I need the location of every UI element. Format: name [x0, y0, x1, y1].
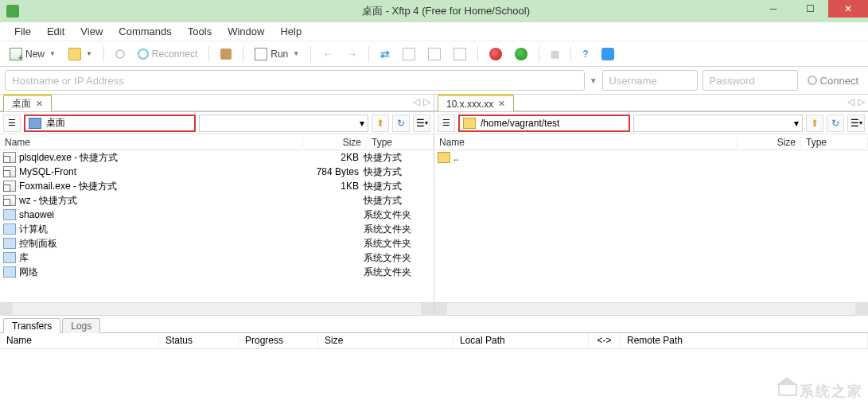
col-name[interactable]: Name	[0, 333, 159, 348]
connect-button[interactable]: Connect	[803, 75, 863, 87]
local-tab-desktop[interactable]: 桌面 ✕	[3, 94, 52, 111]
sync-button[interactable]: ⇄	[376, 45, 395, 64]
tab-scroll-left-icon[interactable]: ◁	[413, 96, 420, 107]
col-size[interactable]: Size	[738, 137, 801, 148]
col-local-path[interactable]: Local Path	[453, 333, 589, 348]
host-input[interactable]	[5, 70, 585, 91]
run-button[interactable]: Run ▼	[250, 45, 304, 64]
transfer-header: Name Status Progress Size Local Path <->…	[0, 333, 868, 349]
tab-scroll-left-icon[interactable]: ◁	[847, 96, 854, 107]
list-item[interactable]: 控制面板系统文件夹	[0, 236, 434, 251]
remote-path-box[interactable]: /home/vagrant/test	[458, 115, 630, 132]
menu-edit[interactable]: Edit	[39, 24, 72, 39]
up-button[interactable]: ⬆	[806, 115, 823, 132]
file-type: 系统文件夹	[364, 266, 430, 279]
file-icon	[3, 238, 16, 249]
file-icon	[3, 209, 16, 220]
file-name: 计算机	[19, 223, 300, 236]
grid-button[interactable]: ▦	[546, 45, 564, 64]
col-progress[interactable]: Progress	[239, 333, 318, 348]
views-button[interactable]: ☰	[438, 115, 455, 132]
file-type: 快捷方式	[364, 165, 430, 179]
chevron-down-icon[interactable]: ▼	[590, 76, 597, 85]
file-name: wz - 快捷方式	[19, 194, 300, 208]
copy-button[interactable]	[398, 45, 420, 64]
remote-pane: 10.x.xxx.xx ✕ ◁ ▷ ☰ /home/vagrant/test ▾…	[434, 95, 868, 315]
file-icon	[3, 152, 16, 163]
menu-tools[interactable]: Tools	[180, 24, 220, 39]
globe-green-button[interactable]	[510, 45, 532, 64]
up-button[interactable]: ⬆	[372, 115, 389, 132]
local-h-scrollbar[interactable]	[0, 302, 434, 315]
list-item[interactable]: ..	[434, 150, 868, 165]
cut-button[interactable]	[449, 45, 471, 64]
refresh-button[interactable]: ↻	[827, 115, 844, 132]
disconnect-icon	[115, 49, 125, 59]
local-path-box[interactable]: 桌面	[24, 115, 196, 132]
list-item[interactable]: 网络系统文件夹	[0, 265, 434, 279]
app-icon	[6, 5, 19, 17]
tab-logs[interactable]: Logs	[62, 318, 100, 333]
menu-file[interactable]: File	[6, 24, 39, 39]
tab-transfers[interactable]: Transfers	[3, 318, 60, 333]
remote-tab-host[interactable]: 10.x.xxx.xx ✕	[438, 94, 514, 111]
remote-path-dropdown[interactable]: ▾	[633, 115, 804, 132]
menu-view[interactable]: View	[72, 24, 111, 39]
col-name[interactable]: Name	[0, 137, 303, 148]
minimize-button[interactable]: ─	[755, 0, 792, 17]
globe-red-button[interactable]	[485, 45, 507, 64]
list-item[interactable]: plsqldev.exe - 快捷方式2KB快捷方式	[0, 150, 434, 165]
new-button[interactable]: New ▼	[5, 45, 60, 64]
disconnect-button[interactable]	[111, 45, 130, 64]
menu-commands[interactable]: Commands	[111, 24, 179, 39]
menu-help[interactable]: Help	[272, 24, 309, 39]
close-tab-icon[interactable]: ✕	[36, 99, 43, 109]
close-button[interactable]: ✕	[828, 0, 868, 17]
transfer-list[interactable]	[0, 349, 868, 381]
list-item[interactable]: 计算机系统文件夹	[0, 222, 434, 236]
col-remote-path[interactable]: Remote Path	[621, 333, 868, 348]
sync-icon: ⇄	[380, 48, 390, 60]
col-arrow[interactable]: <->	[589, 333, 621, 348]
back-button[interactable]: ←	[317, 45, 338, 64]
open-button[interactable]: ▼	[64, 45, 97, 64]
file-name: Foxmail.exe - 快捷方式	[19, 180, 300, 193]
remote-h-scrollbar[interactable]	[434, 302, 868, 315]
list-style-button[interactable]: ☰▾	[413, 115, 430, 132]
forward-button[interactable]: →	[341, 45, 362, 64]
list-item[interactable]: MySQL-Front784 Bytes快捷方式	[0, 165, 434, 179]
file-type: 快捷方式	[364, 194, 430, 208]
local-path-dropdown[interactable]: ▾	[199, 115, 369, 132]
list-item[interactable]: wz - 快捷方式快捷方式	[0, 193, 434, 208]
list-item[interactable]: Foxmail.exe - 快捷方式1KB快捷方式	[0, 179, 434, 193]
tab-scroll-right-icon[interactable]: ▷	[858, 96, 865, 107]
feedback-button[interactable]	[597, 45, 619, 64]
list-item[interactable]: shaowei系统文件夹	[0, 208, 434, 222]
list-item[interactable]: 库系统文件夹	[0, 251, 434, 265]
remote-file-list[interactable]: ..	[434, 150, 868, 302]
paste-button[interactable]	[423, 45, 446, 64]
help-button[interactable]: ?	[578, 45, 593, 64]
file-size: 1KB	[300, 181, 364, 192]
reconnect-icon	[138, 49, 149, 60]
properties-button[interactable]	[216, 45, 236, 64]
reconnect-button[interactable]: Reconnect	[133, 45, 202, 64]
views-button[interactable]: ☰	[3, 115, 21, 132]
close-tab-icon[interactable]: ✕	[498, 99, 505, 109]
password-input[interactable]	[703, 70, 798, 91]
col-type[interactable]: Type	[367, 137, 434, 148]
col-size[interactable]: Size	[303, 137, 367, 148]
username-input[interactable]	[602, 70, 698, 91]
list-style-button[interactable]: ☰▾	[847, 115, 865, 132]
col-type[interactable]: Type	[801, 137, 868, 148]
maximize-button[interactable]: ☐	[792, 0, 828, 17]
arrow-right-icon: →	[346, 48, 357, 60]
col-name[interactable]: Name	[434, 137, 738, 148]
col-size[interactable]: Size	[318, 333, 453, 348]
tab-scroll-right-icon[interactable]: ▷	[423, 96, 430, 107]
menu-window[interactable]: Window	[220, 24, 272, 39]
col-status[interactable]: Status	[159, 333, 239, 348]
file-name: plsqldev.exe - 快捷方式	[19, 151, 300, 165]
refresh-button[interactable]: ↻	[392, 115, 410, 132]
local-file-list[interactable]: plsqldev.exe - 快捷方式2KB快捷方式MySQL-Front784…	[0, 150, 434, 302]
